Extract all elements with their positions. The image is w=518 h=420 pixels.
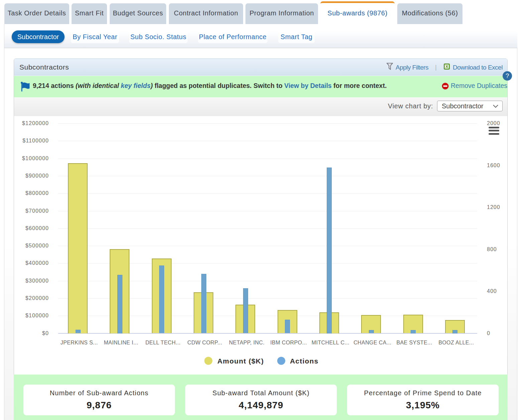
svg-text:X: X: [445, 65, 448, 69]
